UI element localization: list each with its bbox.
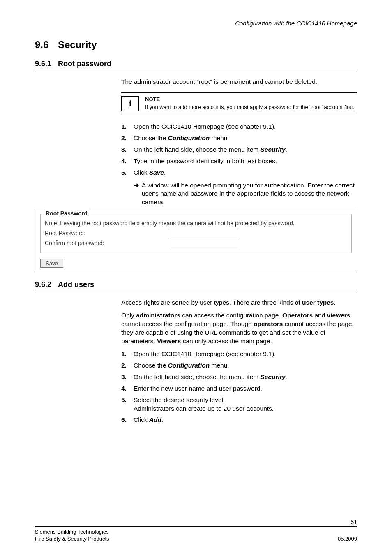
step-text: Click Add. (134, 416, 357, 424)
page-footer: 51 Siemens Building Technologies Fire Sa… (35, 519, 357, 543)
info-icon: i (121, 96, 139, 111)
step-item: 6. Click Add. (121, 416, 357, 424)
step-number: 4. (121, 384, 134, 393)
heading-2-number: 9.6.1 (35, 60, 58, 68)
heading-2-title: Add users (58, 280, 94, 289)
step-text: On the left hand side, choose the menu i… (134, 373, 357, 382)
page-number: 51 (35, 519, 357, 525)
step-item: 3. On the left hand side, choose the men… (121, 373, 357, 382)
root-password-label: Root Password: (45, 230, 168, 236)
step-text: Open the CCIC1410 Homepage (see chapter … (134, 350, 357, 358)
footer-rule (35, 526, 357, 527)
add-users-para-2: Only administrators can access the confi… (121, 311, 357, 346)
doc-section-header: Configuration with the CCIC1410 Homepage (35, 20, 357, 27)
step-number: 6. (121, 416, 134, 424)
step-number: 3. (121, 146, 134, 154)
footer-left-1: Siemens Building Technologies (35, 528, 109, 536)
step-text: Choose the Configuration menu. (134, 134, 357, 143)
step-number: 4. (121, 157, 134, 166)
step-item: 4. Enter the new user name and user pass… (121, 384, 357, 393)
confirm-password-row: Confirm root password: (45, 239, 347, 247)
arrow-icon: ➔ (134, 181, 142, 207)
step-item: 3. On the left hand side, choose the men… (121, 146, 357, 154)
heading-1: 9.6Security (35, 39, 357, 51)
heading-1-title: Security (58, 39, 97, 50)
step-number: 2. (121, 134, 134, 143)
heading-1-number: 9.6 (35, 39, 58, 51)
heading-2-add-users: 9.6.2Add users (35, 280, 357, 289)
step-item: 2. Choose the Configuration menu. (121, 361, 357, 370)
step-item: 4. Type in the password identically in b… (121, 157, 357, 166)
fieldset-note: Note: Leaving the root password field em… (45, 220, 347, 227)
heading-2-root-password: 9.6.1Root password (35, 60, 357, 68)
note-block: i NOTE If you want to add more accounts,… (121, 92, 357, 115)
save-button[interactable]: Save (40, 259, 63, 268)
heading-2-number: 9.6.2 (35, 280, 58, 289)
root-password-fieldset: Root Password Note: Leaving the root pas… (40, 214, 352, 253)
step-text: Click Save. (134, 169, 357, 177)
info-glyph: i (129, 98, 131, 109)
fieldset-legend: Root Password (44, 210, 89, 217)
step-item: 1. Open the CCIC1410 Homepage (see chapt… (121, 123, 357, 131)
step-text: Choose the Configuration menu. (134, 361, 357, 370)
steps-list-2: 1. Open the CCIC1410 Homepage (see chapt… (121, 350, 357, 424)
step-text: Type in the password identically in both… (134, 157, 357, 166)
note-body: If you want to add more accounts, you mu… (145, 104, 354, 111)
root-password-row: Root Password: (45, 229, 347, 237)
intro-paragraph: The administrator account "root" is perm… (121, 78, 357, 86)
steps-list-1: 1. Open the CCIC1410 Homepage (see chapt… (121, 123, 357, 177)
footer-right: 05.2009 (338, 535, 357, 543)
heading-rule (35, 291, 357, 291)
step-number: 3. (121, 373, 134, 382)
step-item: 5. Select the desired security level. Ad… (121, 396, 357, 413)
step-number: 5. (121, 169, 134, 177)
result-text: A window will be opened prompting you fo… (142, 181, 357, 207)
step-number: 2. (121, 361, 134, 370)
step-text: On the left hand side, choose the menu i… (134, 146, 357, 154)
step-number: 1. (121, 123, 134, 131)
step-number: 1. (121, 350, 134, 358)
note-rule-bottom (121, 115, 357, 115)
step-text: Select the desired security level. Admin… (134, 396, 357, 413)
result-line: ➔ A window will be opened prompting you … (134, 181, 357, 207)
root-password-panel: Root Password Note: Leaving the root pas… (35, 210, 357, 272)
heading-2-title: Root password (58, 60, 111, 68)
step-item: 1. Open the CCIC1410 Homepage (see chapt… (121, 350, 357, 358)
step-item: 5. Click Save. (121, 169, 357, 177)
confirm-password-label: Confirm root password: (45, 240, 168, 246)
add-users-para-1: Access rights are sorted by user types. … (121, 298, 357, 307)
step-item: 2. Choose the Configuration menu. (121, 134, 357, 143)
confirm-password-input[interactable] (168, 239, 238, 247)
heading-rule (35, 70, 357, 70)
step-number: 5. (121, 396, 134, 413)
step-text: Enter the new user name and user passwor… (134, 384, 357, 393)
step-text: Open the CCIC1410 Homepage (see chapter … (134, 123, 357, 131)
note-title: NOTE (145, 96, 354, 103)
footer-left-2: Fire Safety & Security Products (35, 535, 109, 543)
root-password-input[interactable] (168, 229, 238, 237)
